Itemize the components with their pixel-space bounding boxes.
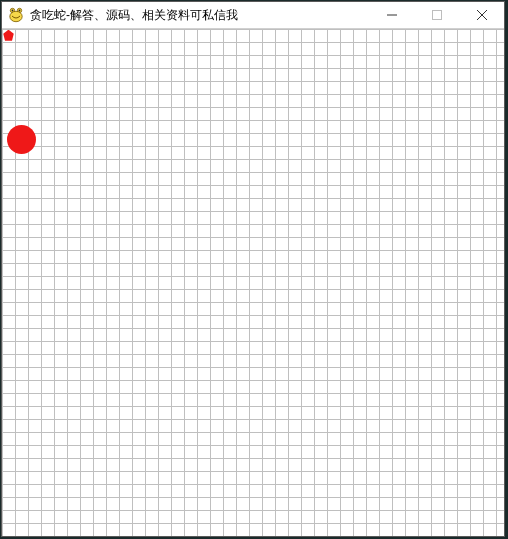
grid-canvas [2, 29, 504, 536]
svg-point-3 [19, 10, 21, 12]
svg-point-2 [12, 10, 14, 12]
window-title: 贪吃蛇-解答、源码、相关资料可私信我 [30, 7, 369, 24]
maximize-button [414, 2, 459, 28]
window-controls [369, 2, 504, 28]
close-button[interactable] [459, 2, 504, 28]
svg-rect-6 [432, 11, 441, 20]
food [3, 30, 15, 42]
titlebar[interactable]: 贪吃蛇-解答、源码、相关资料可私信我 [2, 2, 504, 29]
frog-icon [8, 7, 24, 23]
minimize-button[interactable] [369, 2, 414, 28]
svg-point-4 [10, 11, 22, 21]
game-area[interactable] [2, 29, 504, 536]
app-window: 贪吃蛇-解答、源码、相关资料可私信我 [1, 1, 505, 537]
